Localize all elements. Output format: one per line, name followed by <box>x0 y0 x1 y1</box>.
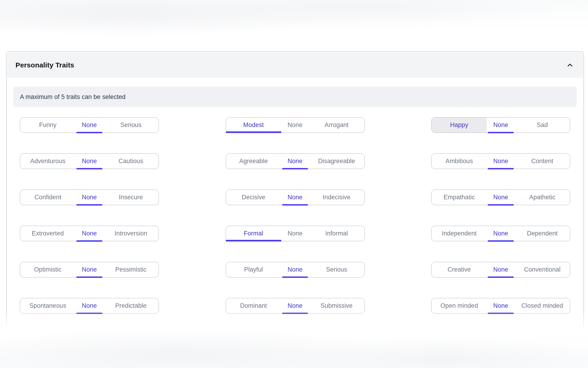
trait-option-none[interactable]: None <box>281 298 309 313</box>
trait-option-right[interactable]: Arrogant <box>309 118 364 133</box>
trait-option-left-label: Confident <box>35 194 61 201</box>
selected-indicator <box>488 168 514 169</box>
trait-option-right-label: Insecure <box>119 194 143 201</box>
selected-indicator <box>226 240 281 241</box>
trait-option-left[interactable]: Formal <box>226 226 281 241</box>
trait-group: Adventurous None Cautious <box>20 153 159 169</box>
trait-option-none-label: None <box>82 157 97 165</box>
trait-option-left-label: Open minded <box>440 302 478 309</box>
trait-option-left-label: Spontaneous <box>29 302 66 309</box>
trait-option-right[interactable]: Sad <box>515 118 570 133</box>
trait-option-none[interactable]: None <box>487 118 515 133</box>
trait-option-none-label: None <box>288 266 303 273</box>
trait-option-left[interactable]: Independent <box>431 226 487 241</box>
trait-group: Playful None Serious <box>226 262 365 277</box>
trait-option-left[interactable]: Ambitious <box>431 154 487 169</box>
trait-option-left[interactable]: Confident <box>20 190 75 205</box>
trait-group: Agreeable None Disagreeable <box>226 153 365 169</box>
trait-option-left[interactable]: Empathatic <box>431 190 487 205</box>
max-traits-notice-text: A maximum of 5 traits can be selected <box>20 93 125 101</box>
chevron-up-icon[interactable] <box>565 61 575 70</box>
trait-option-left[interactable]: Agreeable <box>226 154 281 169</box>
trait-option-none[interactable]: None <box>75 262 103 277</box>
trait-option-none-label: None <box>82 266 97 273</box>
trait-option-none[interactable]: None <box>75 226 103 241</box>
selected-indicator <box>488 276 514 278</box>
trait-option-none[interactable]: None <box>75 118 103 133</box>
trait-option-right-label: Sad <box>537 121 548 129</box>
trait-option-right[interactable]: Apathetic <box>515 190 570 205</box>
trait-group: Open minded None Closed minded <box>431 298 570 313</box>
trait-option-left-label: Optimistic <box>34 266 61 273</box>
trait-option-left[interactable]: Spontaneous <box>20 298 75 313</box>
trait-option-right[interactable]: Closed minded <box>515 298 570 313</box>
trait-option-right[interactable]: Predictable <box>103 298 158 313</box>
selected-indicator <box>282 168 308 169</box>
trait-group: Confident None Insecure <box>20 190 159 205</box>
trait-option-right-label: Content <box>531 157 553 165</box>
trait-option-right[interactable]: Insecure <box>103 190 158 205</box>
trait-option-none-label: None <box>288 194 303 201</box>
selected-indicator <box>226 131 281 133</box>
trait-option-none[interactable]: None <box>75 298 103 313</box>
trait-option-left[interactable]: Adventurous <box>20 154 75 169</box>
trait-option-left[interactable]: Decisive <box>226 190 281 205</box>
trait-option-left[interactable]: Happy <box>431 118 487 133</box>
trait-option-right[interactable]: Dependent <box>515 226 570 241</box>
trait-option-none[interactable]: None <box>281 118 309 133</box>
trait-option-left[interactable]: Dominant <box>226 298 281 313</box>
selected-indicator <box>488 204 514 206</box>
trait-option-none[interactable]: None <box>281 262 309 277</box>
trait-option-left[interactable]: Extroverted <box>20 226 75 241</box>
selected-indicator <box>488 132 514 133</box>
trait-option-left-label: Modest <box>243 121 264 129</box>
trait-option-none[interactable]: None <box>487 226 515 241</box>
trait-option-left-label: Creative <box>448 266 471 273</box>
selected-indicator <box>76 240 102 242</box>
trait-option-none-label: None <box>493 230 508 237</box>
trait-option-left[interactable]: Optimistic <box>20 262 75 277</box>
trait-option-right[interactable]: Cautious <box>103 154 158 169</box>
trait-option-right-label: Disagreeable <box>318 157 355 165</box>
trait-option-none[interactable]: None <box>487 154 515 169</box>
trait-option-left-label: Dominant <box>240 302 267 309</box>
trait-option-right[interactable]: Conventional <box>515 262 570 277</box>
trait-option-right[interactable]: Submissive <box>309 298 364 313</box>
trait-group: Optimistic None Pessimistic <box>20 262 159 277</box>
trait-option-right[interactable]: Serious <box>103 118 158 133</box>
trait-option-left[interactable]: Open minded <box>431 298 487 313</box>
trait-option-right[interactable]: Informal <box>309 226 364 241</box>
background-top-wash <box>0 0 588 37</box>
trait-option-right[interactable]: Indecisive <box>309 190 364 205</box>
trait-option-right-label: Arrogant <box>325 121 349 129</box>
trait-option-none[interactable]: None <box>281 190 309 205</box>
trait-option-none[interactable]: None <box>75 190 103 205</box>
trait-option-left[interactable]: Playful <box>226 262 281 277</box>
trait-option-none-label: None <box>288 302 303 309</box>
trait-option-right[interactable]: Introversion <box>103 226 158 241</box>
personality-traits-panel: Personality Traits A maximum of 5 traits… <box>6 51 584 332</box>
trait-option-none[interactable]: None <box>75 154 103 169</box>
trait-option-none-label: None <box>82 121 97 129</box>
trait-group: Independent None Dependent <box>431 226 570 241</box>
trait-option-none[interactable]: None <box>487 298 515 313</box>
trait-option-none[interactable]: None <box>281 226 309 241</box>
trait-option-left-label: Ambitious <box>445 157 473 165</box>
panel-header[interactable]: Personality Traits <box>7 52 583 78</box>
trait-option-left[interactable]: Creative <box>431 262 487 277</box>
trait-option-left[interactable]: Modest <box>226 118 281 133</box>
trait-option-none[interactable]: None <box>487 190 515 205</box>
trait-option-right-label: Serious <box>120 121 142 129</box>
trait-option-none[interactable]: None <box>487 262 515 277</box>
trait-option-left-label: Happy <box>450 121 468 129</box>
trait-option-left[interactable]: Funny <box>20 118 75 133</box>
trait-option-right[interactable]: Serious <box>309 262 364 277</box>
trait-option-none[interactable]: None <box>281 154 309 169</box>
trait-option-left-label: Adventurous <box>30 157 66 165</box>
trait-option-right[interactable]: Content <box>515 154 570 169</box>
trait-option-right-label: Indecisive <box>323 194 351 201</box>
trait-option-left-label: Decisive <box>242 194 265 201</box>
trait-option-none-label: None <box>288 230 303 237</box>
trait-option-right[interactable]: Disagreeable <box>309 154 364 169</box>
trait-option-right[interactable]: Pessimistic <box>103 262 158 277</box>
